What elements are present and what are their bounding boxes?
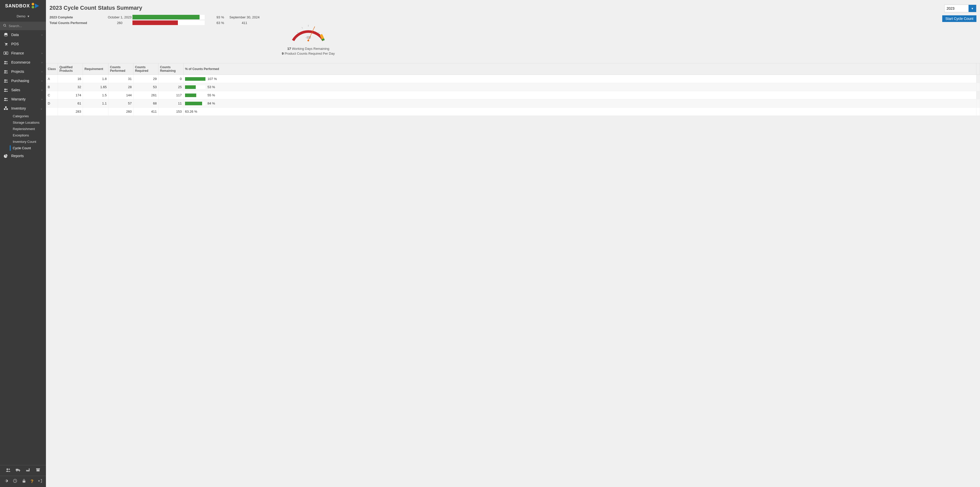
cell-required: 53 <box>134 83 159 91</box>
chevron-right-icon: › <box>41 80 42 82</box>
users-icon <box>3 61 8 64</box>
help-icon[interactable]: ? <box>30 479 33 484</box>
cell-requirement: 1.1 <box>83 99 108 108</box>
svg-point-1 <box>32 6 34 8</box>
cell-requirement: 1.5 <box>83 91 108 99</box>
subnav-categories[interactable]: Categories <box>0 113 46 119</box>
subnav-replenishment[interactable]: Replenishment <box>0 126 46 132</box>
cell-pct: 107 % <box>183 75 977 83</box>
cell-class: D <box>46 99 58 108</box>
year-select[interactable]: ▼ <box>944 5 977 12</box>
svg-point-18 <box>4 98 6 99</box>
svg-rect-28 <box>36 468 40 469</box>
cell-qualified: 32 <box>58 83 83 91</box>
cell-required: 29 <box>134 75 159 83</box>
cell-total-remaining: 153 <box>159 108 183 116</box>
summary-label: 2023 Complete <box>49 15 107 19</box>
cell-remaining: 117 <box>159 91 183 99</box>
table-row[interactable]: C1741.514426111755 % <box>46 91 980 99</box>
bottom-icon-row-1 <box>0 465 46 476</box>
svg-point-13 <box>6 70 8 72</box>
svg-point-23 <box>6 468 8 470</box>
nav-projects[interactable]: Projects › <box>0 67 46 76</box>
summary-value: October 1, 2023 <box>107 15 132 19</box>
chevron-right-icon: › <box>41 34 42 36</box>
nav-label: Inventory <box>11 106 26 110</box>
svg-point-17 <box>6 89 8 90</box>
clock-icon[interactable] <box>13 479 18 484</box>
th-remaining[interactable]: Counts Remaining <box>159 63 183 75</box>
main: 2023 Cycle Count Status Summary 2023 Com… <box>46 0 980 487</box>
subnav-exceptions[interactable]: Exceptions <box>0 132 46 139</box>
th-pct-performed[interactable]: % of Counts Performed <box>183 63 977 75</box>
svg-rect-25 <box>16 469 18 471</box>
cell-class: B <box>46 83 58 91</box>
users-icon[interactable] <box>6 468 11 473</box>
nav-finance[interactable]: Finance › <box>0 48 46 58</box>
nav-label: Projects <box>11 70 24 73</box>
chevron-right-icon: › <box>41 89 42 91</box>
svg-point-16 <box>4 89 6 90</box>
archive-icon[interactable] <box>36 468 40 473</box>
nav-purchasing[interactable]: Purchasing › <box>0 76 46 85</box>
logout-icon[interactable] <box>38 479 43 484</box>
year-input[interactable] <box>945 5 969 12</box>
nav-label: Reports <box>11 154 24 158</box>
gear-icon[interactable] <box>3 479 8 484</box>
start-cycle-count-button[interactable]: Start Cycle Count <box>942 15 977 22</box>
lock-icon[interactable] <box>22 479 26 484</box>
nav-inventory[interactable]: Inventory ⌄ <box>0 104 46 113</box>
chevron-right-icon: › <box>41 52 42 55</box>
th-requirement[interactable]: Requirement <box>83 63 108 75</box>
users-icon <box>3 88 8 92</box>
nav-pos[interactable]: POS <box>0 39 46 48</box>
scroll-gutter <box>977 83 980 91</box>
subnav-storage-locations[interactable]: Storage Locations <box>0 119 46 126</box>
svg-rect-29 <box>37 469 40 472</box>
cell-requirement: 1.8 <box>83 75 108 83</box>
users-icon <box>3 70 8 73</box>
th-required[interactable]: Counts Required <box>134 63 159 75</box>
dropdown-toggle[interactable]: ▼ <box>969 5 976 12</box>
brand-text: SANDBOX <box>5 3 30 9</box>
search-input[interactable] <box>9 24 52 28</box>
nav-label: POS <box>11 42 19 46</box>
tenant-menu[interactable]: Demo ▾ <box>0 12 46 22</box>
brand: SANDBOX <box>0 0 46 12</box>
cell-remaining: 11 <box>159 99 183 108</box>
industry-icon[interactable] <box>26 468 31 473</box>
truck-icon[interactable] <box>16 468 21 473</box>
summary-extra: 411 <box>229 21 260 25</box>
cell-qualified: 61 <box>58 99 83 108</box>
subnav-cycle-count[interactable]: Cycle Count <box>0 145 46 151</box>
summary-value: 260 <box>107 21 132 25</box>
nav-ecommerce[interactable]: Ecommerce › <box>0 58 46 67</box>
svg-marker-2 <box>35 3 39 8</box>
summary-row-total: Total Counts Performed 260 63 % 411 <box>49 20 260 26</box>
svg-rect-21 <box>4 109 6 110</box>
progress-bar-total <box>132 21 205 25</box>
subnav-inventory-count[interactable]: Inventory Count <box>0 139 46 145</box>
nav-data[interactable]: Data › <box>0 30 46 39</box>
svg-point-19 <box>6 98 8 99</box>
tenant-label: Demo <box>17 14 25 18</box>
svg-point-10 <box>4 61 6 62</box>
cell-required: 68 <box>134 99 159 108</box>
cell-total-pct: 63.26 % <box>183 108 977 116</box>
cell-class: A <box>46 75 58 83</box>
svg-point-15 <box>6 80 8 81</box>
nav-sales[interactable]: Sales › <box>0 85 46 94</box>
table-row[interactable]: A161.831290107 % <box>46 75 980 83</box>
nav-warranty[interactable]: Warranty › <box>0 94 46 104</box>
table-row[interactable]: D611.157681184 % <box>46 99 980 108</box>
cell-pct: 53 % <box>183 83 977 91</box>
nav-reports[interactable]: Reports <box>0 151 46 160</box>
gauge-block: -122 17 Working Days Remaining 9 Product… <box>275 14 342 56</box>
th-performed[interactable]: Counts Performed <box>108 63 134 75</box>
th-class[interactable]: Class <box>46 63 58 75</box>
th-qualified[interactable]: Qualified Products <box>58 63 83 75</box>
table-row[interactable]: B321.6528532553 % <box>46 83 980 91</box>
summary-row-complete: 2023 Complete October 1, 2023 93 % Septe… <box>49 14 260 20</box>
mini-progress-bar <box>185 85 205 89</box>
users-icon <box>3 97 8 101</box>
